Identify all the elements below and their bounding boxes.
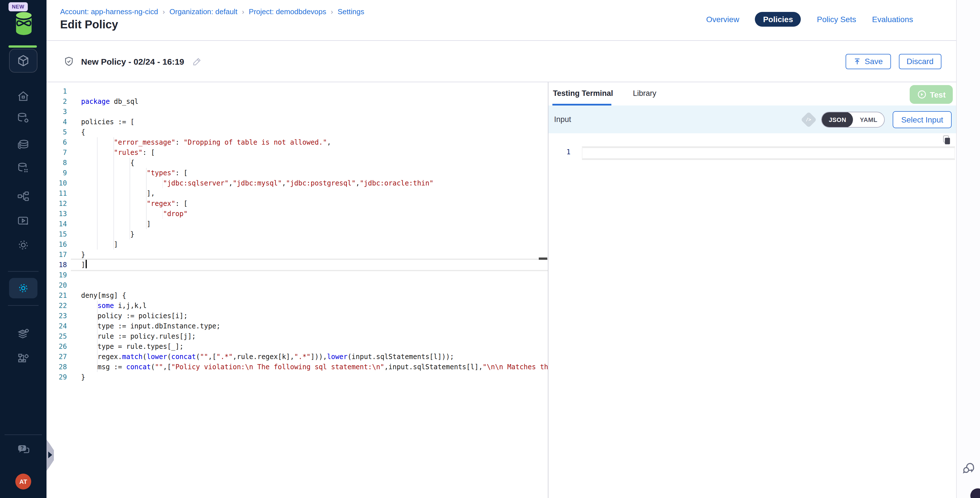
code-token: ,rule.regex[k], xyxy=(233,353,294,361)
sidebar-item-database-instances[interactable] xyxy=(0,161,46,175)
code-line[interactable]: 10"jdbc:sqlserver","jdbc:mysql","jdbc:po… xyxy=(46,178,548,188)
code-line[interactable]: 14] xyxy=(46,219,548,229)
code-line[interactable]: 22some i,j,k,l xyxy=(46,301,548,311)
code-line[interactable]: 15} xyxy=(46,229,548,239)
code-line[interactable]: 7"rules": [ xyxy=(46,148,548,158)
breadcrumb-item[interactable]: Settings xyxy=(338,7,364,16)
code-line[interactable]: 13"drop" xyxy=(46,209,548,219)
code-line[interactable]: 17} xyxy=(46,250,548,260)
sidebar-item-executions[interactable] xyxy=(0,214,46,228)
code-token: some xyxy=(97,302,114,310)
code-line[interactable]: 5{ xyxy=(46,127,548,137)
code-line[interactable]: 1 xyxy=(46,86,548,96)
discard-button[interactable]: Discard xyxy=(899,54,942,69)
nav-tab-policy-sets[interactable]: Policy Sets xyxy=(817,15,856,24)
code-line[interactable]: 27regex.match(lower(concat("",[".*",rule… xyxy=(46,352,548,362)
breadcrumb-item[interactable]: Organization: default xyxy=(169,7,237,16)
code-token: (input.sqlStatements[l])); xyxy=(347,353,454,361)
chat-bubbles-icon[interactable] xyxy=(961,461,976,476)
code-line[interactable]: 11], xyxy=(46,188,548,199)
code-line[interactable]: 19 xyxy=(46,270,548,280)
line-number: 25 xyxy=(46,331,71,342)
policy-code-editor[interactable]: 12package db_sql34policies := [5{6"error… xyxy=(46,82,548,498)
code-token: "" xyxy=(200,353,208,361)
line-content: package db_sql xyxy=(81,96,138,107)
sidebar-item-pipelines[interactable] xyxy=(0,189,46,203)
svg-text:?: ? xyxy=(21,445,24,451)
code-token: ( xyxy=(196,353,200,361)
code-line[interactable]: 20 xyxy=(46,280,548,290)
avatar[interactable]: AT xyxy=(15,474,31,490)
module-switcher[interactable] xyxy=(9,49,37,73)
line-number: 29 xyxy=(46,372,71,382)
tab-library[interactable]: Library xyxy=(633,89,657,97)
code-token: "jdbc:postgresql" xyxy=(286,179,356,187)
code-token: } xyxy=(81,251,85,259)
logo-underline xyxy=(8,45,37,48)
policy-toolbar: New Policy - 02/24 - 16:19 Save Discard xyxy=(46,41,956,82)
sidebar-item-help[interactable]: ? xyxy=(0,442,46,457)
indent-guides xyxy=(81,219,146,229)
line-number: 24 xyxy=(46,321,71,331)
nav-tab-evaluations[interactable]: Evaluations xyxy=(872,15,913,24)
format-option-yaml[interactable]: YAML xyxy=(853,112,884,127)
code-token: lower xyxy=(146,353,167,361)
format-option-json[interactable]: JSON xyxy=(822,111,853,127)
code-line[interactable]: 16] xyxy=(46,239,548,250)
code-line[interactable]: 25rule := policy.rules[j]; xyxy=(46,331,548,342)
code-line[interactable]: 28msg := concat("",["Policy violation:\n… xyxy=(46,362,548,372)
code-line[interactable]: 9"types": [ xyxy=(46,168,548,178)
sidebar-item-databases[interactable] xyxy=(0,138,46,151)
line-number: 27 xyxy=(46,352,71,362)
tab-testing-terminal[interactable]: Testing Terminal xyxy=(553,89,613,97)
code-line[interactable]: 21deny[msg] { xyxy=(46,290,548,301)
sidebar-item-org-settings[interactable] xyxy=(0,351,46,365)
code-line[interactable]: 23policy := policies[i]; xyxy=(46,311,548,321)
sidebar-item-home[interactable] xyxy=(0,90,46,103)
code-line[interactable]: 18] xyxy=(46,260,548,270)
line-content: "types": [ xyxy=(81,168,188,178)
code-token: } xyxy=(81,373,85,381)
save-button[interactable]: Save xyxy=(845,54,891,69)
indent-guides xyxy=(81,239,114,250)
code-token: regex. xyxy=(97,353,122,361)
code-line[interactable]: 24type := input.dbInstance.type; xyxy=(46,321,548,331)
code-line[interactable]: 2package db_sql xyxy=(46,96,548,107)
sidebar-item-settings[interactable] xyxy=(0,238,46,252)
harness-dbdevops-logo-icon[interactable] xyxy=(13,10,35,36)
nav-tab-policies[interactable]: Policies xyxy=(755,12,801,27)
nav-tab-overview[interactable]: Overview xyxy=(706,15,739,24)
line-content: ], xyxy=(81,188,155,199)
overview-ruler-cursor xyxy=(539,258,547,260)
code-line[interactable]: 4policies := [ xyxy=(46,117,548,127)
breadcrumb-item[interactable]: Account: app-harness-ng-cicd xyxy=(60,7,158,16)
code-token: package xyxy=(81,97,110,105)
code-line[interactable]: 8{ xyxy=(46,158,548,168)
line-content: rule := policy.rules[j]; xyxy=(81,331,196,342)
breadcrumb-item[interactable]: Project: demodbdevops xyxy=(249,7,326,16)
code-line[interactable]: 6"error_message": "Dropping of table is … xyxy=(46,137,548,148)
sidebar-item-database-settings[interactable] xyxy=(0,111,46,125)
edit-pencil-icon[interactable] xyxy=(192,56,202,66)
line-number: 13 xyxy=(46,209,71,219)
upload-icon xyxy=(853,57,861,65)
test-button[interactable]: Test xyxy=(910,85,953,104)
code-token: policy := policies[i]; xyxy=(97,312,188,320)
sidebar-item-layers-settings[interactable] xyxy=(0,327,46,340)
module-cube-icon xyxy=(16,54,30,67)
input-editor-line[interactable] xyxy=(582,146,955,160)
code-line[interactable]: 3 xyxy=(46,107,548,117)
copy-icon[interactable] xyxy=(942,135,951,145)
line-number: 5 xyxy=(46,127,71,137)
code-line[interactable]: 12"regex": [ xyxy=(46,199,548,209)
chat-launcher-partial[interactable] xyxy=(970,488,980,498)
line-content: ] xyxy=(81,219,151,229)
select-input-button[interactable]: Select Input xyxy=(892,111,951,128)
code-line[interactable]: 29} xyxy=(46,372,548,382)
database-settings-icon xyxy=(16,111,30,125)
page-header: Account: app-harness-ng-cicd›Organizatio… xyxy=(46,0,956,41)
sidebar-item-project-settings-active[interactable] xyxy=(9,278,37,298)
code-line[interactable]: 26type = rule.types[_]; xyxy=(46,342,548,352)
indent-guides xyxy=(81,362,97,372)
code-token: "rules" xyxy=(114,149,143,156)
